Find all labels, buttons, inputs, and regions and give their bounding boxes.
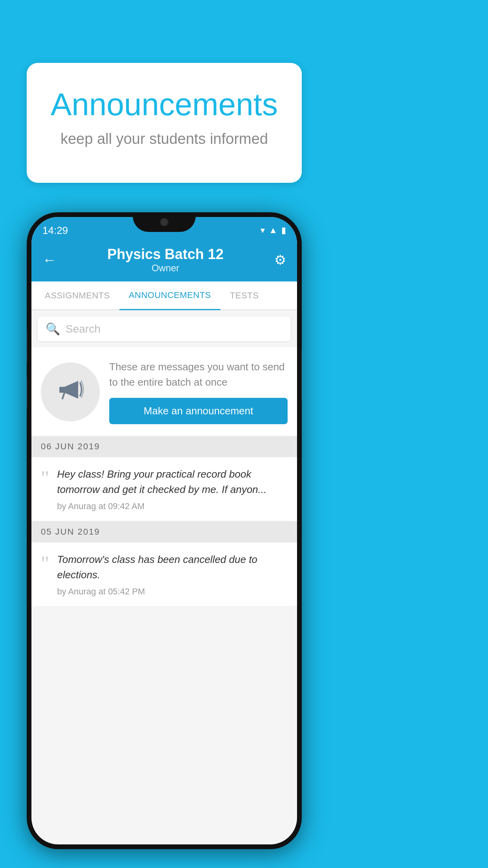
announcement-item-2: " Tomorrow's class has been cancelled du… [31,542,297,607]
announcement-message-1: Hey class! Bring your practical record b… [57,467,288,497]
front-camera [160,218,169,226]
battery-icon: ▮ [281,225,286,235]
announcement-text-block-2: Tomorrow's class has been cancelled due … [57,552,288,597]
screen-content: 🔍 Search [31,310,297,607]
signal-icon: ▲ [269,225,277,235]
bubble-title: Announcements [46,86,282,123]
promo-right: These are messages you want to send to t… [109,359,288,424]
tab-assignments[interactable]: ASSIGNMENTS [35,282,119,309]
announcement-text-block-1: Hey class! Bring your practical record b… [57,467,288,511]
megaphone-icon [55,373,86,411]
search-placeholder: Search [66,323,101,335]
speech-bubble-wrapper: Announcements keep all your students inf… [27,63,302,183]
svg-rect-0 [59,387,66,393]
power-button [301,350,302,401]
tabs-bar: ASSIGNMENTS ANNOUNCEMENTS TESTS [31,281,297,310]
settings-icon[interactable]: ⚙ [274,252,286,268]
bubble-subtitle: keep all your students informed [46,131,282,147]
phone-frame: 14:29 ▾ ▲ ▮ ← Physics Batch 12 Owner ⚙ A… [27,212,302,849]
tab-tests[interactable]: TESTS [220,282,268,309]
announcement-author-2: by Anurag at 05:42 PM [57,587,288,597]
tab-announcements[interactable]: ANNOUNCEMENTS [119,281,220,310]
announcement-promo: These are messages you want to send to t… [31,348,297,436]
header-title: Physics Batch 12 [57,246,274,263]
announcement-item-1: " Hey class! Bring your practical record… [31,457,297,521]
announcement-author-1: by Anurag at 09:42 AM [57,501,288,511]
search-icon: 🔍 [46,322,60,336]
promo-icon-circle [41,362,100,421]
status-time: 14:29 [42,224,68,237]
back-button[interactable]: ← [42,252,57,268]
promo-description: These are messages you want to send to t… [109,359,288,390]
header-center: Physics Batch 12 Owner [57,246,274,274]
volume-up-button [27,330,28,362]
quote-icon-2: " [41,554,49,574]
make-announcement-button[interactable]: Make an announcement [109,398,288,424]
quote-icon-1: " [41,468,49,489]
app-header: ← Physics Batch 12 Owner ⚙ [31,240,297,281]
volume-down-button [27,377,28,409]
speech-bubble: Announcements keep all your students inf… [27,63,302,183]
date-separator-1: 06 JUN 2019 [31,436,297,457]
search-bar[interactable]: 🔍 Search [38,316,291,341]
phone-notch [133,212,196,232]
header-subtitle: Owner [57,263,274,274]
phone-screen: 14:29 ▾ ▲ ▮ ← Physics Batch 12 Owner ⚙ A… [31,217,297,844]
date-separator-2: 05 JUN 2019 [31,521,297,542]
announcement-message-2: Tomorrow's class has been cancelled due … [57,552,288,583]
wifi-icon: ▾ [261,225,265,235]
status-icons: ▾ ▲ ▮ [261,225,286,235]
